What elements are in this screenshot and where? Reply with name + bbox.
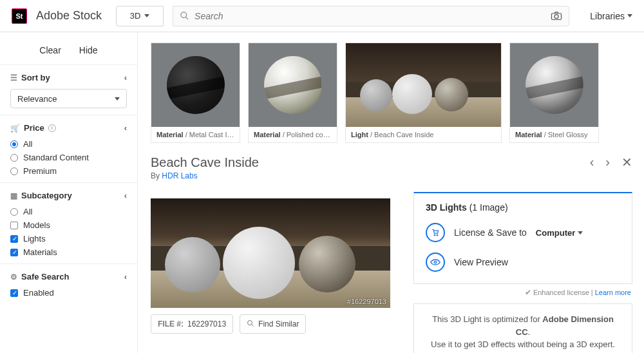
chevron-down-icon bbox=[115, 97, 120, 100]
camera-icon[interactable] bbox=[551, 11, 562, 21]
svg-point-8 bbox=[434, 261, 436, 263]
result-card[interactable]: Light / Beach Cave Inside bbox=[345, 43, 502, 143]
hide-filters[interactable]: Hide bbox=[79, 45, 98, 55]
promo-panel: This 3D Light is optimized for Adobe Dim… bbox=[413, 303, 632, 353]
subcat-option[interactable]: All bbox=[10, 207, 127, 216]
subcat-option[interactable]: Lights bbox=[10, 234, 127, 243]
subcat-option[interactable]: Models bbox=[10, 220, 127, 230]
svg-point-6 bbox=[434, 234, 435, 236]
check-icon: ✔ bbox=[525, 288, 531, 297]
chevron-left-icon[interactable]: ‹ bbox=[124, 191, 127, 200]
price-option[interactable]: All bbox=[10, 139, 127, 149]
byline: By HDR Labs bbox=[151, 171, 632, 180]
close-button[interactable]: ✕ bbox=[621, 155, 632, 170]
grid-icon: ▦ bbox=[10, 191, 17, 200]
license-action[interactable]: License & Save to Computer bbox=[426, 223, 620, 242]
svg-point-3 bbox=[554, 15, 558, 19]
search-icon bbox=[180, 11, 189, 21]
brand-name: Adobe Stock bbox=[36, 9, 102, 23]
chevron-down-icon bbox=[627, 14, 632, 17]
eye-icon bbox=[426, 253, 445, 272]
result-card[interactable]: Material / Polished cobalt c... bbox=[248, 43, 337, 143]
watermark: #162297013 bbox=[347, 298, 386, 305]
search-input[interactable] bbox=[194, 11, 545, 21]
find-similar-button[interactable]: Find Similar bbox=[240, 314, 306, 334]
license-info: ✔ Enhanced license | Learn more bbox=[415, 288, 631, 297]
chevron-left-icon[interactable]: ‹ bbox=[124, 272, 127, 281]
sort-select[interactable]: Relevance bbox=[10, 89, 127, 108]
author-link[interactable]: HDR Labs bbox=[162, 171, 197, 180]
clear-filters[interactable]: Clear bbox=[39, 45, 61, 55]
svg-point-4 bbox=[248, 320, 252, 325]
app-header: St Adobe Stock 3D Libraries bbox=[0, 0, 644, 32]
logo-badge: St bbox=[12, 8, 27, 24]
price-option[interactable]: Standard Content bbox=[10, 153, 127, 162]
svg-point-7 bbox=[437, 234, 438, 236]
next-button[interactable]: › bbox=[605, 155, 610, 170]
detail-title: Beach Cave Inside bbox=[151, 155, 259, 170]
result-card[interactable]: Material / Steel Glossy bbox=[509, 43, 599, 143]
detail-preview[interactable]: #162297013 bbox=[151, 198, 390, 308]
price-option[interactable]: Premium bbox=[10, 166, 127, 176]
results-area: Material / Metal Cast Iron ... Material … bbox=[138, 32, 644, 353]
chevron-left-icon[interactable]: ‹ bbox=[124, 123, 127, 133]
gear-icon: ⚙ bbox=[10, 272, 17, 281]
svg-line-1 bbox=[185, 17, 188, 19]
svg-line-5 bbox=[252, 324, 254, 326]
safesearch-toggle[interactable]: Enabled bbox=[10, 288, 127, 298]
price-section: 🛒 Price i ‹ All Standard Content Premium bbox=[0, 115, 137, 182]
thumbnail-row: Material / Metal Cast Iron ... Material … bbox=[151, 43, 632, 143]
search-bar[interactable] bbox=[173, 6, 569, 26]
cart-download-icon bbox=[426, 223, 445, 242]
cart-icon: 🛒 bbox=[10, 124, 20, 133]
file-id-chip: FILE #: 162297013 bbox=[151, 314, 233, 334]
subcat-option[interactable]: Materials bbox=[10, 247, 127, 257]
info-icon[interactable]: i bbox=[48, 124, 56, 132]
chevron-down-icon bbox=[144, 14, 149, 17]
prev-button[interactable]: ‹ bbox=[590, 155, 594, 170]
learn-more-link[interactable]: Learn more bbox=[595, 289, 631, 296]
libraries-menu[interactable]: Libraries bbox=[590, 11, 632, 21]
chevron-down-icon bbox=[578, 231, 583, 234]
sort-icon: ☰ bbox=[10, 73, 17, 82]
category-select-value: 3D bbox=[130, 11, 141, 21]
subcategory-section: ▦ Subcategory ‹ All Models Lights Materi… bbox=[0, 182, 137, 263]
filters-sidebar: Clear Hide ☰ Sort by ‹ Relevance 🛒 Price… bbox=[0, 32, 138, 353]
category-select[interactable]: 3D bbox=[116, 6, 164, 26]
svg-point-0 bbox=[181, 12, 187, 18]
safesearch-section: ⚙ Safe Search ‹ Enabled bbox=[0, 263, 137, 304]
result-card[interactable]: Material / Metal Cast Iron ... bbox=[151, 43, 240, 143]
sort-section: ☰ Sort by ‹ Relevance bbox=[0, 64, 137, 115]
chevron-left-icon[interactable]: ‹ bbox=[124, 73, 127, 82]
search-icon bbox=[247, 320, 254, 329]
preview-action[interactable]: View Preview bbox=[426, 253, 620, 272]
license-panel: 3D Lights (1 Image) License & Save to Co… bbox=[413, 192, 632, 284]
license-destination[interactable]: Computer bbox=[536, 228, 583, 238]
